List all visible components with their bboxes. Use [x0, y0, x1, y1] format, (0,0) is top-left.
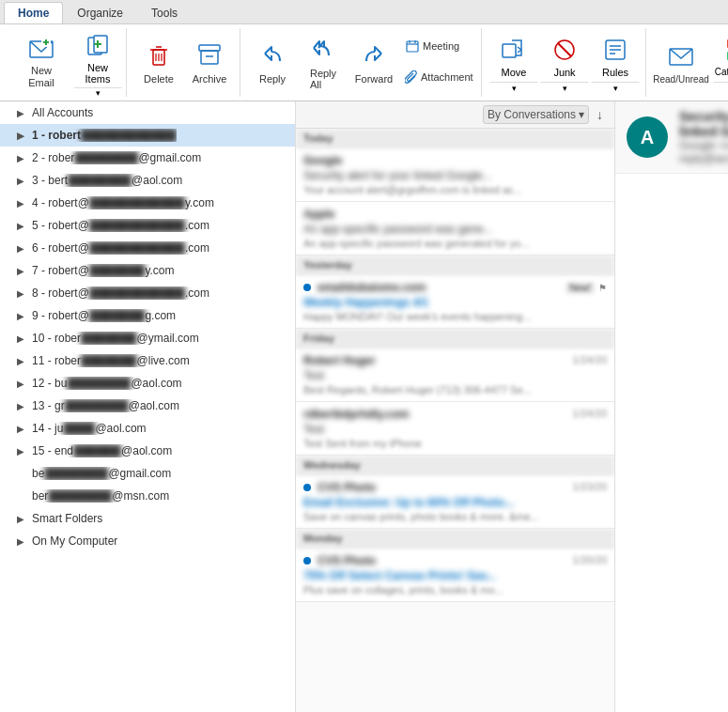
sidebar-item-account-9[interactable]: ▶ 9 - robert@███████g.com	[0, 304, 295, 327]
archive-button[interactable]: Archive	[185, 31, 234, 95]
meeting-button[interactable]: Meeting	[400, 31, 475, 61]
sidebar-item-account-15[interactable]: ▶ 15 - end██████@aol.com	[0, 440, 295, 462]
email-item-4[interactable]: Robert Huger 1/24/20 Test Best Regards, …	[296, 348, 614, 402]
sort-icon[interactable]: ↓	[593, 105, 607, 124]
categorize-dropdown[interactable]: ▾	[713, 82, 728, 95]
email-sender-3: emaildubaismo.com	[318, 281, 426, 294]
email-subject-3: Weekly Happenings 4/1	[303, 296, 607, 309]
sidebar-label-ber-msn: ber████████@msn.com	[32, 489, 169, 503]
email-item-5[interactable]: rdberibdprhdly.com 1/24/20 Test Test Sen…	[296, 402, 614, 456]
tab-home[interactable]: Home	[4, 2, 63, 23]
email-item-1[interactable]: Google Security alert for your linked Go…	[296, 148, 614, 202]
sidebar-item-account-3[interactable]: ▶ 3 - bert████████@aol.com	[0, 169, 295, 192]
sidebar-item-account-13[interactable]: ▶ 13 - gr████████@aol.com	[0, 395, 295, 417]
email-subject-5: Test	[303, 423, 607, 436]
reply-button[interactable]: Reply	[248, 31, 297, 95]
sidebar-label-account-7: 7 - robert@███████y.com	[32, 264, 175, 277]
sidebar-item-account-1[interactable]: ▶ 1 - robert████████████	[0, 124, 295, 147]
sidebar-item-account-6[interactable]: ▶ 6 - robert@████████████.com	[0, 237, 295, 259]
forward-button[interactable]: Forward	[349, 31, 398, 95]
chevron-icon: ▶	[15, 152, 26, 163]
attachment-button[interactable]: Attachment	[400, 62, 475, 92]
meeting-label: Meeting	[423, 40, 459, 52]
delete-icon	[144, 40, 174, 70]
email-time-4: 1/24/20	[572, 354, 607, 365]
delete-button[interactable]: Delete	[134, 31, 183, 95]
chevron-icon: ▶	[15, 265, 26, 276]
email-sender-2: Apple	[303, 208, 334, 221]
read-unread-button[interactable]: Read/Unread	[654, 31, 708, 95]
chevron-icon: ▶	[15, 423, 26, 434]
rules-top[interactable]: Rules	[591, 31, 640, 82]
chevron-icon: ▶	[15, 287, 26, 299]
reading-from: Google <no-reply@accounts.google.com>	[679, 139, 728, 165]
sidebar-item-account-4[interactable]: ▶ 4 - robert@████████████y.com	[0, 192, 295, 214]
new-email-label: NewEmail	[28, 65, 54, 89]
sidebar-item-all-accounts[interactable]: ▶ All Accounts	[0, 101, 295, 124]
new-badge-3: New!	[565, 282, 595, 294]
ribbon-group-delete: Delete Archive	[129, 28, 240, 97]
email-subject-7: 75% Off Select Canvas Prints! Sav...	[303, 569, 607, 582]
sidebar-item-account-14[interactable]: ▶ 14 - ju████@aol.com	[0, 417, 295, 440]
email-flag-3: ⚑	[598, 283, 607, 293]
tab-bar: Home Organize Tools	[0, 0, 728, 24]
move-top[interactable]: Move	[489, 31, 538, 82]
email-item-2[interactable]: Apple An app-specific password was gene.…	[296, 202, 614, 255]
email-preview-7: Plus save on collages, prints, books & m…	[303, 584, 607, 596]
reply-all-button[interactable]: ReplyAll	[299, 31, 348, 95]
rules-dropdown[interactable]: ▾	[591, 82, 640, 95]
move-dropdown[interactable]: ▾	[489, 82, 538, 95]
sidebar-item-account-12[interactable]: ▶ 12 - bu████████@aol.com	[0, 372, 295, 395]
tab-tools[interactable]: Tools	[137, 2, 192, 23]
read-unread-icon	[666, 41, 696, 71]
chevron-icon: ▶	[15, 107, 26, 118]
conversations-button[interactable]: By Conversations ▾	[483, 105, 589, 124]
sidebar-label-be-gmail: be████████@gmail.com	[32, 467, 171, 480]
email-sender-6: CVS Photo	[318, 481, 376, 494]
email-sender-4: Robert Huger	[303, 354, 376, 367]
sidebar-label-account-2: 2 - rober████████@gmail.com	[32, 151, 201, 164]
avatar: A	[627, 116, 668, 158]
chevron-icon: ▶	[15, 310, 26, 321]
delete-label: Delete	[144, 73, 174, 85]
attachment-label: Attachment	[421, 71, 473, 83]
ribbon-group-new: NewEmail New Items ▾	[6, 28, 127, 97]
chevron-icon: ▶	[15, 333, 26, 344]
forward-icon	[359, 40, 389, 70]
tab-organize[interactable]: Organize	[63, 2, 137, 23]
sidebar-item-account-7[interactable]: ▶ 7 - robert@███████y.com	[0, 259, 295, 282]
email-item-7[interactable]: CVS Photo 1/20/20 75% Off Select Canvas …	[296, 549, 614, 602]
email-item-3[interactable]: emaildubaismo.com New! ⚑ Weekly Happenin…	[296, 275, 614, 329]
sidebar-item-account-2[interactable]: ▶ 2 - rober████████@gmail.com	[0, 147, 295, 169]
sidebar-label-account-3: 3 - bert████████@aol.com	[32, 174, 182, 187]
chevron-icon: ▶	[15, 130, 26, 141]
new-email-button[interactable]: NewEmail	[9, 31, 73, 95]
reply-all-icon	[308, 36, 338, 65]
junk-dropdown[interactable]: ▾	[540, 82, 589, 95]
section-today: Today	[296, 129, 614, 148]
sidebar-item-account-10[interactable]: ▶ 10 - rober███████@ymail.com	[0, 327, 295, 349]
sidebar-label-account-8: 8 - robert@████████████.com	[32, 286, 209, 300]
sidebar-item-account-8[interactable]: ▶ 8 - robert@████████████.com	[0, 282, 295, 304]
new-items-top[interactable]: New Items	[73, 31, 122, 87]
chevron-icon: ▶	[15, 400, 26, 411]
reading-pane: A Security alert for your linked Google …	[615, 101, 728, 712]
sidebar-item-account-11[interactable]: ▶ 11 - rober███████@live.com	[0, 349, 295, 372]
chevron-icon: ▶	[15, 220, 26, 231]
meeting-icon	[405, 39, 420, 54]
sidebar-item-on-my-computer[interactable]: ▶ On My Computer	[0, 530, 295, 552]
sidebar-item-smart-folders[interactable]: ▶ Smart Folders	[0, 507, 295, 530]
chevron-icon: ▶	[15, 242, 26, 254]
new-items-dropdown[interactable]: ▾	[73, 87, 122, 99]
sidebar-item-ber-msn[interactable]: ▶ ber████████@msn.com	[0, 485, 295, 507]
junk-label: Junk	[553, 67, 575, 78]
sidebar-item-account-5[interactable]: ▶ 5 - robert@████████████.com	[0, 214, 295, 237]
sidebar-item-be-gmail[interactable]: ▶ be████████@gmail.com	[0, 462, 295, 485]
categorize-top[interactable]: Categorize	[710, 31, 728, 82]
junk-top[interactable]: Junk	[540, 31, 589, 82]
new-email-icon	[26, 36, 56, 63]
email-time-7: 1/20/20	[572, 554, 607, 565]
email-item-6[interactable]: CVS Photo 1/23/20 Email Exclusive: Up to…	[296, 475, 614, 529]
email-subject-2: An app-specific password was gene...	[303, 223, 607, 236]
sidebar-label-account-12: 12 - bu████████@aol.com	[32, 377, 182, 390]
